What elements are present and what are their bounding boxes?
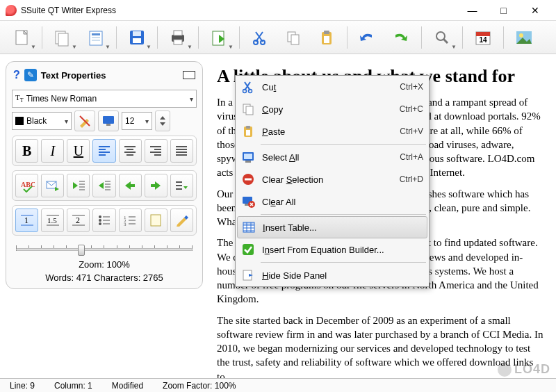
svg-text:2: 2: [76, 215, 80, 225]
svg-rect-5: [92, 37, 100, 38]
zoom-thumb[interactable]: [78, 245, 85, 256]
paste-icon: [238, 122, 258, 140]
sidebar: ? ✎ Text Properties TT Times New Roman ▾…: [0, 54, 208, 378]
font-size-select[interactable]: 12 ▾: [122, 112, 152, 130]
open-button[interactable]: ▼: [47, 24, 79, 51]
maximize-button[interactable]: □: [488, 0, 519, 21]
minimize-button[interactable]: —: [457, 0, 488, 21]
menu-paste[interactable]: PasteCtrl+V: [236, 120, 429, 142]
edit-icon[interactable]: ✎: [24, 69, 37, 81]
bullets-button[interactable]: [92, 209, 115, 232]
find-button[interactable]: ▼: [426, 24, 458, 51]
status-zoom: Zoom Factor: 100%: [158, 381, 240, 391]
svg-text:1.5: 1.5: [47, 216, 57, 224]
font-family-value: Times New Roman: [26, 94, 97, 104]
menu-insert-table[interactable]: Insert Table...: [237, 216, 427, 238]
svg-rect-12: [174, 40, 182, 44]
spacing-2-button[interactable]: 2: [67, 209, 90, 232]
print-button[interactable]: ▼: [162, 24, 194, 51]
align-right-button[interactable]: [145, 139, 167, 163]
undo-button[interactable]: [352, 24, 384, 51]
clear-selection-icon: [238, 170, 258, 188]
svg-text:14: 14: [479, 36, 487, 44]
window-controls: — □ ✕: [457, 0, 550, 21]
align-center-button[interactable]: [119, 139, 142, 163]
indent-button[interactable]: [92, 174, 115, 197]
svg-rect-9: [133, 38, 141, 43]
envelope-icon[interactable]: [183, 71, 195, 79]
spacing-group: 1 1.5 2 123: [12, 205, 197, 236]
page-color-button[interactable]: [145, 209, 167, 232]
new-document-button[interactable]: ▼: [6, 24, 38, 51]
menu-hide-panel[interactable]: Hide Side Panel: [236, 264, 429, 286]
svg-rect-103: [243, 222, 254, 225]
move-right-button[interactable]: [145, 174, 167, 197]
outdent-button[interactable]: [67, 174, 90, 197]
svg-point-15: [261, 40, 265, 44]
svg-rect-30: [106, 124, 111, 126]
zoom-slider[interactable]: [16, 243, 193, 256]
svg-point-69: [99, 215, 101, 218]
font-family-select[interactable]: TT Times New Roman ▾: [12, 90, 197, 108]
menu-clear-all[interactable]: Clear All: [236, 190, 429, 213]
screen-color-button[interactable]: [98, 111, 119, 131]
menu-cut[interactable]: CutCtrl+X: [236, 76, 429, 98]
copy-button[interactable]: [277, 24, 309, 51]
tools-group: ABC: [12, 170, 197, 201]
recent-button[interactable]: ▼: [80, 24, 112, 51]
font-color-value: Black: [26, 116, 47, 126]
edit-mode-button[interactable]: [170, 209, 193, 232]
menu-copy[interactable]: CopyCtrl+C: [236, 98, 429, 120]
move-left-button[interactable]: [119, 174, 142, 197]
main-toolbar: ▼ ▼ ▼ ▼ ▼ ▼ ▼ 14: [0, 21, 556, 54]
svg-point-83: [249, 90, 252, 93]
svg-rect-88: [246, 130, 250, 136]
statusbar: Line: 9 Column: 1 Modified Zoom Factor: …: [0, 378, 556, 392]
calendar-button[interactable]: 14: [467, 24, 499, 51]
svg-line-22: [443, 39, 448, 43]
align-justify-button[interactable]: [170, 139, 193, 163]
format-group: B I U: [12, 136, 197, 166]
spellcheck-button[interactable]: ABC: [15, 174, 38, 197]
help-icon[interactable]: ?: [13, 69, 20, 81]
spacing-15-button[interactable]: 1.5: [41, 209, 64, 232]
paste-button[interactable]: [311, 24, 343, 51]
bold-button[interactable]: B: [15, 139, 38, 163]
align-left-button[interactable]: [92, 139, 115, 163]
highlight-button[interactable]: [74, 111, 95, 131]
font-size-value: 12: [125, 116, 134, 126]
svg-point-82: [243, 90, 247, 93]
cut-button[interactable]: [244, 24, 276, 51]
numbering-button[interactable]: 123: [119, 209, 142, 232]
font-size-stepper[interactable]: [155, 111, 170, 131]
image-button[interactable]: [508, 24, 540, 51]
svg-rect-104: [243, 244, 254, 255]
watermark: LO4D: [498, 362, 550, 377]
svg-rect-4: [92, 33, 100, 35]
export-button[interactable]: ▼: [203, 24, 235, 51]
status-modified: Modified: [108, 381, 147, 391]
italic-button[interactable]: I: [41, 139, 64, 163]
redo-button[interactable]: [385, 24, 417, 51]
line-spacing-dec-button[interactable]: [170, 174, 193, 197]
app-title: SSuite QT Writer Express: [21, 6, 116, 15]
spacing-1-button[interactable]: 1: [15, 209, 38, 232]
status-line: Line: 9: [6, 381, 39, 391]
mail-button[interactable]: [41, 174, 64, 197]
scissors-icon: [238, 78, 258, 96]
svg-rect-29: [103, 116, 114, 124]
svg-rect-93: [245, 179, 252, 181]
menu-clear-selection[interactable]: Clear SelectionCtrl+D: [236, 168, 429, 190]
menu-insert-equation[interactable]: Insert From Equation Builder...: [236, 238, 429, 261]
font-color-select[interactable]: Black ▾: [12, 112, 72, 130]
document-paragraph: The site started back in December of 200…: [217, 313, 545, 378]
save-button[interactable]: ▼: [121, 24, 153, 51]
copy-icon: [238, 100, 258, 118]
table-icon: [239, 218, 259, 236]
svg-rect-17: [291, 35, 299, 44]
menu-select-all[interactable]: Select AllCtrl+A: [236, 146, 429, 168]
close-button[interactable]: ✕: [519, 0, 550, 21]
underline-button[interactable]: U: [67, 139, 90, 163]
status-column: Column: 1: [50, 381, 97, 391]
svg-point-27: [519, 33, 523, 38]
